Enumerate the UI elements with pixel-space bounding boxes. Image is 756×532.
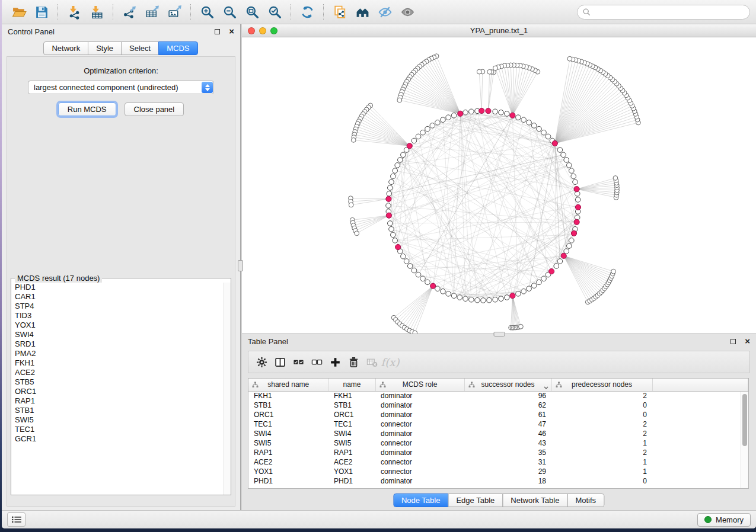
mcds-node[interactable] <box>407 143 412 149</box>
task-history-button[interactable] <box>7 512 25 527</box>
ring-node[interactable] <box>388 221 393 226</box>
ring-node[interactable] <box>557 148 563 153</box>
ring-node[interactable] <box>575 197 580 203</box>
refresh-layout-button[interactable] <box>298 3 317 21</box>
column-header-successor-nodes[interactable]: successor nodes <box>464 379 551 391</box>
import-network-button[interactable] <box>65 3 84 21</box>
ring-node[interactable] <box>388 185 393 191</box>
mcds-result-item[interactable]: YOX1 <box>11 321 231 330</box>
tab-network[interactable]: Network <box>43 41 88 55</box>
column-header-mcds-role[interactable]: MCDS role <box>375 379 464 391</box>
export-network-button[interactable] <box>120 3 139 21</box>
close-panel-icon[interactable]: × <box>229 28 234 34</box>
mcds-node[interactable] <box>386 196 391 201</box>
ring-node[interactable] <box>537 126 542 132</box>
ring-node[interactable] <box>521 289 527 294</box>
tab-select[interactable]: Select <box>121 41 159 55</box>
mcds-result-item[interactable]: FKH1 <box>11 358 231 368</box>
minimize-window-icon[interactable] <box>259 27 266 34</box>
ring-node[interactable] <box>541 276 547 281</box>
table-row[interactable]: ACE2ACE2connector311 <box>248 457 748 467</box>
ring-node[interactable] <box>554 264 559 269</box>
ring-node[interactable] <box>412 268 417 273</box>
ring-node[interactable] <box>531 123 537 129</box>
mcds-node[interactable] <box>561 253 566 258</box>
mcds-result-item[interactable]: PMA2 <box>11 349 231 358</box>
network-canvas[interactable] <box>242 37 756 334</box>
ring-node[interactable] <box>527 286 532 291</box>
ring-node[interactable] <box>573 180 578 185</box>
table-row[interactable]: PHD1PHD1dominator180 <box>248 476 748 486</box>
ring-node[interactable] <box>487 297 492 303</box>
mcds-node[interactable] <box>395 245 401 250</box>
ring-node[interactable] <box>446 115 451 120</box>
ring-node[interactable] <box>516 291 521 297</box>
ring-node[interactable] <box>441 117 446 123</box>
mcds-result-item[interactable]: TID3 <box>11 311 231 321</box>
leaf-node[interactable] <box>477 69 481 74</box>
ring-node[interactable] <box>446 291 451 297</box>
mcds-result-item[interactable]: ORC1 <box>11 387 231 396</box>
close-panel-button[interactable]: Close panel <box>125 102 184 116</box>
float-panel-icon[interactable] <box>731 339 736 344</box>
optimization-criterion-select[interactable]: largest connected component (undirected) <box>28 81 214 94</box>
mcds-result-item[interactable]: GCR1 <box>11 434 231 444</box>
network-graph[interactable] <box>242 37 756 334</box>
mcds-list-scrollbar[interactable] <box>224 283 231 495</box>
mcds-result-item[interactable]: STB1 <box>11 406 231 415</box>
mcds-node[interactable] <box>575 204 580 210</box>
zoom-in-button[interactable] <box>197 3 216 21</box>
ring-node[interactable] <box>391 174 396 179</box>
first-neighbors-button[interactable] <box>353 3 372 21</box>
mcds-node[interactable] <box>510 293 515 299</box>
column-header-shared-name[interactable]: shared name <box>248 379 328 391</box>
ring-node[interactable] <box>407 264 413 269</box>
delete-column-button[interactable] <box>346 355 361 369</box>
table-row[interactable]: SWI5SWI5connector431 <box>248 438 748 448</box>
table-tab-node-table[interactable]: Node Table <box>393 493 449 507</box>
ring-node[interactable] <box>569 168 575 174</box>
ring-node[interactable] <box>561 152 566 158</box>
mcds-node[interactable] <box>430 283 436 289</box>
mcds-node[interactable] <box>552 140 557 146</box>
mcds-result-item[interactable]: TEC1 <box>11 425 231 434</box>
memory-button[interactable]: Memory <box>697 513 751 527</box>
save-session-button[interactable] <box>32 3 51 21</box>
table-row[interactable]: FKH1FKH1dominator962 <box>248 391 748 400</box>
ring-node[interactable] <box>386 203 391 209</box>
deselect-all-rows-button[interactable] <box>310 355 324 369</box>
mcds-node[interactable] <box>458 111 463 116</box>
ring-node[interactable] <box>564 158 569 163</box>
search-field[interactable] <box>577 5 750 20</box>
table-tab-network-table[interactable]: Network Table <box>502 493 567 507</box>
ring-node[interactable] <box>416 134 421 139</box>
ring-node[interactable] <box>401 254 406 259</box>
ring-node[interactable] <box>481 298 486 303</box>
ring-node[interactable] <box>398 158 403 163</box>
column-header-name[interactable]: name <box>328 379 375 391</box>
ring-node[interactable] <box>457 295 462 300</box>
close-panel-icon[interactable]: × <box>745 338 750 344</box>
column-header-predecessor-nodes[interactable]: predecessor nodes <box>551 379 652 391</box>
show-graphics-details-button[interactable] <box>398 3 417 21</box>
mcds-node[interactable] <box>510 113 515 118</box>
ring-node[interactable] <box>404 259 409 264</box>
table-row[interactable]: ORC1ORC1dominator610 <box>248 410 748 419</box>
leaf-node[interactable] <box>567 56 572 61</box>
show-columns-button[interactable] <box>273 355 287 369</box>
table-row[interactable]: YOX1YOX1connector291 <box>248 467 748 476</box>
ring-node[interactable] <box>420 276 426 281</box>
ring-node[interactable] <box>393 168 398 174</box>
float-panel-icon[interactable] <box>215 29 220 34</box>
mcds-node[interactable] <box>479 108 484 113</box>
ring-node[interactable] <box>425 126 430 132</box>
ring-node[interactable] <box>395 163 400 168</box>
ring-node[interactable] <box>441 289 446 294</box>
close-window-icon[interactable] <box>248 27 255 34</box>
mcds-result-item[interactable]: STP4 <box>11 302 231 311</box>
ring-node[interactable] <box>527 120 532 126</box>
table-row[interactable]: SWI4SWI4dominator462 <box>248 429 748 438</box>
table-row[interactable]: STB1STB1dominator620 <box>248 400 748 410</box>
leaf-node[interactable] <box>355 231 359 236</box>
import-table-button[interactable] <box>87 3 106 21</box>
